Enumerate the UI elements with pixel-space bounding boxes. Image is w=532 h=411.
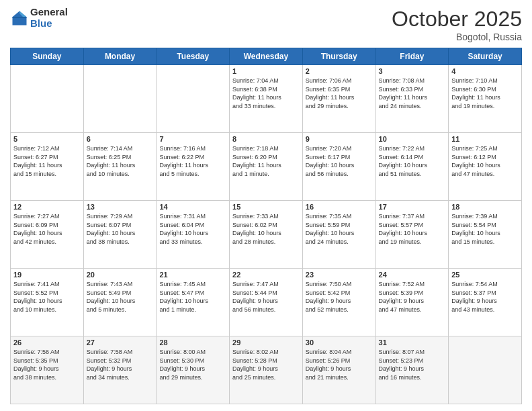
calendar-week-4: 26Sunrise: 7:56 AMSunset: 5:35 PMDayligh… [11,336,522,404]
calendar-cell [83,65,157,133]
calendar-cell: 29Sunrise: 8:02 AMSunset: 5:28 PMDayligh… [230,336,303,404]
logo-text: General Blue [30,7,68,29]
day-number: 8 [232,135,300,143]
col-monday: Monday [83,48,157,65]
day-number: 21 [159,271,226,279]
day-number: 22 [232,271,300,279]
cell-daylight-text: Sunrise: 7:22 AMSunset: 6:14 PMDaylight:… [379,144,446,178]
cell-daylight-text: Sunrise: 7:06 AMSunset: 6:35 PMDaylight:… [306,77,373,110]
day-number: 4 [451,67,519,75]
calendar-cell: 1Sunrise: 7:04 AMSunset: 6:38 PMDaylight… [230,65,303,133]
day-number: 23 [306,271,373,279]
calendar-cell: 14Sunrise: 7:31 AMSunset: 6:04 PMDayligh… [157,201,230,269]
calendar-cell: 5Sunrise: 7:12 AMSunset: 6:27 PMDaylight… [11,133,84,201]
calendar-week-2: 12Sunrise: 7:27 AMSunset: 6:09 PMDayligh… [11,201,522,269]
day-number: 10 [379,135,446,143]
day-number: 19 [13,271,81,279]
cell-daylight-text: Sunrise: 8:04 AMSunset: 5:26 PMDaylight:… [306,348,373,381]
logo-icon [10,9,29,28]
day-number: 16 [306,203,373,211]
calendar-cell: 15Sunrise: 7:33 AMSunset: 6:02 PMDayligh… [230,201,303,269]
col-wednesday: Wednesday [230,48,303,65]
day-number: 14 [159,203,226,211]
cell-daylight-text: Sunrise: 7:47 AMSunset: 5:44 PMDaylight:… [232,280,300,314]
calendar-cell: 23Sunrise: 7:50 AMSunset: 5:42 PMDayligh… [302,269,375,336]
cell-daylight-text: Sunrise: 8:02 AMSunset: 5:28 PMDaylight:… [232,348,300,381]
calendar-cell: 31Sunrise: 8:07 AMSunset: 5:23 PMDayligh… [375,336,449,404]
day-number: 5 [13,135,81,143]
location: Bogotol, Russia [392,32,522,42]
col-tuesday: Tuesday [157,48,230,65]
calendar-cell: 11Sunrise: 7:25 AMSunset: 6:12 PMDayligh… [449,133,522,201]
day-number: 18 [451,203,519,211]
calendar-cell [157,65,230,133]
calendar-week-0: 1Sunrise: 7:04 AMSunset: 6:38 PMDaylight… [11,65,522,133]
cell-daylight-text: Sunrise: 7:08 AMSunset: 6:33 PMDaylight:… [379,77,446,110]
calendar-cell: 25Sunrise: 7:54 AMSunset: 5:37 PMDayligh… [449,269,522,336]
day-number: 25 [451,271,519,279]
calendar-cell: 20Sunrise: 7:43 AMSunset: 5:49 PMDayligh… [83,269,157,336]
day-number: 17 [379,203,446,211]
day-number: 12 [13,203,81,211]
calendar-cell: 7Sunrise: 7:16 AMSunset: 6:22 PMDaylight… [157,133,230,201]
day-number: 3 [379,67,446,75]
calendar-table: Sunday Monday Tuesday Wednesday Thursday… [10,48,522,404]
cell-daylight-text: Sunrise: 7:18 AMSunset: 6:20 PMDaylight:… [232,144,300,178]
cell-daylight-text: Sunrise: 7:10 AMSunset: 6:30 PMDaylight:… [451,77,519,110]
cell-daylight-text: Sunrise: 7:35 AMSunset: 5:59 PMDaylight:… [306,212,373,246]
cell-daylight-text: Sunrise: 7:04 AMSunset: 6:38 PMDaylight:… [232,77,300,110]
cell-daylight-text: Sunrise: 7:33 AMSunset: 6:02 PMDaylight:… [232,212,300,246]
cell-daylight-text: Sunrise: 7:27 AMSunset: 6:09 PMDaylight:… [13,212,81,246]
cell-daylight-text: Sunrise: 7:54 AMSunset: 5:37 PMDaylight:… [451,280,519,314]
title-block: October 2025 Bogotol, Russia [392,7,522,42]
cell-daylight-text: Sunrise: 7:39 AMSunset: 5:54 PMDaylight:… [451,212,519,246]
day-number: 28 [159,338,226,347]
calendar-cell: 6Sunrise: 7:14 AMSunset: 6:25 PMDaylight… [83,133,157,201]
cell-daylight-text: Sunrise: 7:41 AMSunset: 5:52 PMDaylight:… [13,280,81,314]
month-title: October 2025 [392,7,522,32]
cell-daylight-text: Sunrise: 7:52 AMSunset: 5:39 PMDaylight:… [379,280,446,314]
calendar-cell: 18Sunrise: 7:39 AMSunset: 5:54 PMDayligh… [449,201,522,269]
day-number: 29 [232,338,300,347]
calendar-cell: 26Sunrise: 7:56 AMSunset: 5:35 PMDayligh… [11,336,84,404]
col-saturday: Saturday [449,48,522,65]
calendar-cell [449,336,522,404]
calendar-cell: 9Sunrise: 7:20 AMSunset: 6:17 PMDaylight… [302,133,375,201]
day-number: 31 [379,338,446,347]
day-number: 15 [232,203,300,211]
cell-daylight-text: Sunrise: 7:14 AMSunset: 6:25 PMDaylight:… [87,144,154,178]
calendar-cell: 10Sunrise: 7:22 AMSunset: 6:14 PMDayligh… [375,133,449,201]
calendar-cell: 19Sunrise: 7:41 AMSunset: 5:52 PMDayligh… [11,269,84,336]
day-number: 27 [87,338,154,347]
day-number: 24 [379,271,446,279]
calendar-cell: 13Sunrise: 7:29 AMSunset: 6:07 PMDayligh… [83,201,157,269]
calendar-cell [11,65,84,133]
day-number: 6 [87,135,154,143]
cell-daylight-text: Sunrise: 7:20 AMSunset: 6:17 PMDaylight:… [306,144,373,178]
calendar-body: 1Sunrise: 7:04 AMSunset: 6:38 PMDaylight… [11,65,522,404]
cell-daylight-text: Sunrise: 7:37 AMSunset: 5:57 PMDaylight:… [379,212,446,246]
day-number: 11 [451,135,519,143]
calendar-header-row: Sunday Monday Tuesday Wednesday Thursday… [11,48,522,65]
day-number: 30 [306,338,373,347]
day-number: 7 [159,135,226,143]
calendar-cell: 2Sunrise: 7:06 AMSunset: 6:35 PMDaylight… [302,65,375,133]
col-friday: Friday [375,48,449,65]
day-number: 20 [87,271,154,279]
cell-daylight-text: Sunrise: 7:58 AMSunset: 5:32 PMDaylight:… [87,348,154,381]
svg-rect-2 [13,17,27,18]
col-thursday: Thursday [302,48,375,65]
page: General Blue October 2025 Bogotol, Russi… [0,0,532,411]
calendar-week-1: 5Sunrise: 7:12 AMSunset: 6:27 PMDaylight… [11,133,522,201]
cell-daylight-text: Sunrise: 7:45 AMSunset: 5:47 PMDaylight:… [159,280,226,314]
logo: General Blue [10,7,68,29]
day-number: 26 [13,338,81,347]
cell-daylight-text: Sunrise: 7:12 AMSunset: 6:27 PMDaylight:… [13,144,81,178]
calendar-cell: 24Sunrise: 7:52 AMSunset: 5:39 PMDayligh… [375,269,449,336]
day-number: 1 [232,67,300,75]
calendar-cell: 3Sunrise: 7:08 AMSunset: 6:33 PMDaylight… [375,65,449,133]
cell-daylight-text: Sunrise: 7:43 AMSunset: 5:49 PMDaylight:… [87,280,154,314]
calendar-cell: 17Sunrise: 7:37 AMSunset: 5:57 PMDayligh… [375,201,449,269]
calendar-week-3: 19Sunrise: 7:41 AMSunset: 5:52 PMDayligh… [11,269,522,336]
cell-daylight-text: Sunrise: 7:56 AMSunset: 5:35 PMDaylight:… [13,348,81,381]
